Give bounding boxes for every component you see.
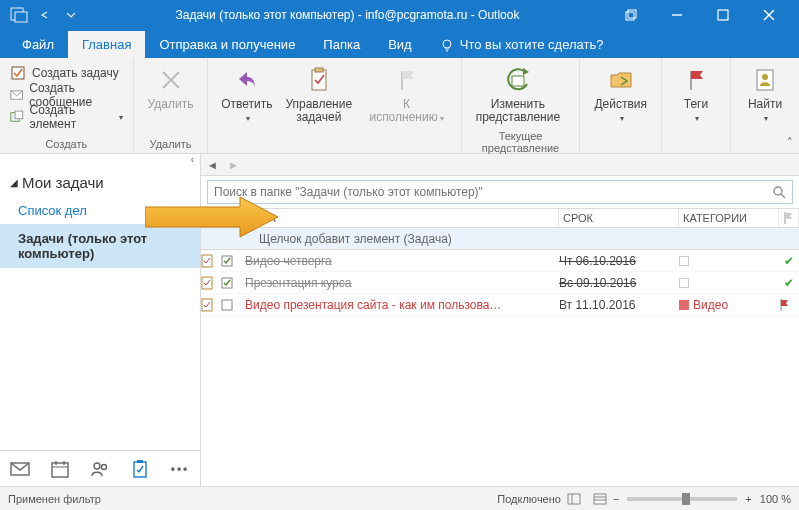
- dropdown-caret-icon: ▾: [119, 113, 123, 122]
- lightbulb-icon: [440, 38, 454, 52]
- task-row[interactable]: Презентация курсаВс 09.10.2016✔: [201, 272, 799, 294]
- svg-rect-32: [137, 460, 143, 463]
- column-categories[interactable]: КАТЕГОРИИ: [679, 209, 779, 227]
- search-input[interactable]: [207, 180, 793, 204]
- dropdown-caret-icon: ▾: [695, 114, 699, 123]
- ribbon-collapse-icon[interactable]: ˄: [787, 136, 793, 149]
- tags-button[interactable]: Теги▾: [668, 60, 724, 148]
- svg-rect-5: [718, 10, 728, 20]
- svg-point-33: [774, 187, 782, 195]
- task-category: Видео: [679, 298, 779, 312]
- change-view-icon: [502, 64, 534, 96]
- task-flag-icon[interactable]: ✔: [779, 276, 799, 290]
- svg-rect-43: [222, 300, 232, 310]
- quick-access-customize-icon[interactable]: [60, 4, 82, 26]
- new-task-row[interactable]: Щелчок добавит элемент (Задача): [201, 228, 799, 250]
- tab-send-receive[interactable]: Отправка и получение: [145, 31, 309, 58]
- dropdown-caret-icon: ▾: [620, 114, 624, 123]
- follow-up-button: К исполнению▾: [358, 60, 454, 148]
- task-subject: Видео четверга: [241, 254, 559, 268]
- new-items-icon: [10, 109, 24, 125]
- task-icon: [10, 65, 26, 81]
- zoom-slider[interactable]: [627, 497, 737, 501]
- change-view-button[interactable]: Изменить представление: [468, 60, 568, 128]
- group-delete-label: Удалить: [140, 136, 202, 153]
- window-restore-icon[interactable]: [609, 1, 653, 29]
- task-checkbox[interactable]: [221, 277, 241, 289]
- zoom-level: 100 %: [760, 493, 791, 505]
- group-create-label: Создать: [6, 136, 127, 153]
- window-minimize-icon[interactable]: [655, 1, 699, 29]
- manage-task-button[interactable]: Управление задачей: [279, 60, 358, 148]
- task-checkbox[interactable]: [221, 299, 241, 311]
- svg-rect-11: [12, 67, 24, 79]
- svg-rect-17: [312, 70, 326, 90]
- app-icon: [8, 4, 30, 26]
- nav-more-icon[interactable]: •••: [160, 451, 200, 486]
- task-flag-icon[interactable]: ✔: [779, 254, 799, 268]
- svg-rect-14: [15, 111, 23, 119]
- dropdown-caret-icon: ▾: [440, 114, 444, 123]
- task-checkbox[interactable]: [221, 255, 241, 267]
- new-items-button[interactable]: Создать элемент▾: [6, 106, 127, 128]
- nav-calendar-icon[interactable]: [40, 451, 80, 486]
- column-flag[interactable]: [779, 209, 799, 227]
- task-row[interactable]: Видео презентация сайта - как им пользов…: [201, 294, 799, 316]
- task-category: [679, 256, 779, 266]
- back-icon[interactable]: ◄: [207, 159, 218, 171]
- flag-red-icon: [680, 64, 712, 96]
- column-subject[interactable]: ТЕМА: [241, 209, 559, 227]
- task-flag-icon[interactable]: [779, 299, 799, 311]
- view-normal-icon[interactable]: [567, 493, 581, 505]
- dropdown-caret-icon: ▾: [764, 114, 768, 123]
- task-row[interactable]: Видео четвергаЧт 06.10.2016✔: [201, 250, 799, 272]
- tab-home[interactable]: Главная: [68, 31, 145, 58]
- window-close-icon[interactable]: [747, 1, 791, 29]
- sidebar-item-tasks[interactable]: Задачи (только этот компьютер): [0, 224, 200, 268]
- tab-file[interactable]: Файл: [8, 31, 68, 58]
- zoom-out-icon[interactable]: −: [613, 493, 619, 505]
- delete-icon: [155, 64, 187, 96]
- svg-rect-35: [206, 213, 215, 222]
- find-button[interactable]: Найти▾: [737, 60, 793, 148]
- svg-rect-2: [626, 12, 634, 20]
- group-view-label: Текущее представление: [468, 128, 574, 157]
- nav-people-icon[interactable]: [80, 451, 120, 486]
- dropdown-caret-icon: ▾: [246, 114, 250, 123]
- window-maximize-icon[interactable]: [701, 1, 745, 29]
- forward-icon: ►: [228, 159, 239, 171]
- task-due: Вс 09.10.2016: [559, 276, 679, 290]
- quick-access-undo-icon[interactable]: [34, 4, 56, 26]
- tell-me-box[interactable]: Что вы хотите сделать?: [426, 31, 618, 58]
- task-due: Чт 06.10.2016: [559, 254, 679, 268]
- svg-rect-18: [315, 68, 323, 72]
- task-type-icon: [201, 298, 221, 312]
- sidebar-item-todolist[interactable]: Список дел: [0, 197, 200, 224]
- svg-rect-3: [628, 10, 636, 18]
- tab-folder[interactable]: Папка: [309, 31, 374, 58]
- svg-point-30: [102, 464, 107, 469]
- task-type-icon: [201, 276, 221, 290]
- column-complete[interactable]: [221, 209, 241, 227]
- reply-button[interactable]: Ответить▾: [214, 60, 279, 148]
- svg-rect-25: [52, 463, 68, 477]
- task-category: [679, 278, 779, 288]
- tab-view[interactable]: Вид: [374, 31, 426, 58]
- clipboard-icon: [303, 64, 335, 96]
- svg-rect-20: [512, 76, 524, 86]
- window-title: Задачи (только этот компьютер) - info@pc…: [86, 8, 609, 22]
- svg-rect-1: [15, 12, 27, 22]
- folder-move-icon: [605, 64, 637, 96]
- nav-mail-icon[interactable]: [0, 451, 40, 486]
- column-due[interactable]: СРОК: [559, 209, 679, 227]
- address-book-icon: [749, 64, 781, 96]
- search-icon[interactable]: [772, 185, 786, 199]
- actions-button[interactable]: Действия▾: [586, 60, 655, 148]
- task-due: Вт 11.10.2016: [559, 298, 679, 312]
- sidebar-header[interactable]: ◢ Мои задачи: [0, 168, 200, 197]
- view-reading-icon[interactable]: [593, 493, 607, 505]
- nav-tasks-icon[interactable]: [120, 451, 160, 486]
- sidebar-collapse-icon[interactable]: ‹: [0, 154, 200, 168]
- zoom-in-icon[interactable]: +: [745, 493, 751, 505]
- column-icon[interactable]: [201, 209, 221, 227]
